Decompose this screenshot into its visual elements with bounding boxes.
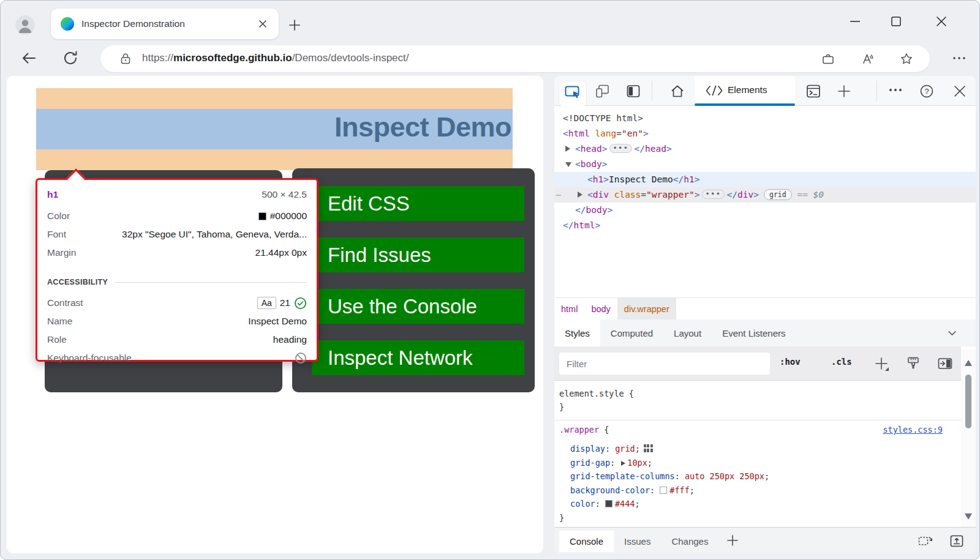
dom-tree-row[interactable]: </body>: [554, 203, 976, 218]
css-property[interactable]: grid-template-columns: auto 250px 250px;: [554, 469, 961, 483]
drawer-add-icon[interactable]: [725, 532, 741, 548]
scroll-down-arrow[interactable]: [965, 513, 972, 520]
accessibility-section-header: ACCESSIBILITY: [47, 271, 307, 294]
styles-tab-bar: StylesComputedLayoutEvent Listeners: [554, 319, 976, 346]
window-close-button[interactable]: [934, 14, 949, 29]
devtools-close-icon[interactable]: [952, 83, 968, 99]
dom-tree-row[interactable]: </html>: [554, 218, 976, 233]
demo-button[interactable]: Use the Console: [312, 289, 524, 324]
dom-tree-row[interactable]: <head>•••</head>: [554, 141, 976, 157]
scrollbar-thumb[interactable]: [965, 375, 971, 428]
tooltip-row: Font32px "Segoe UI", Tahoma, Geneva, Ver…: [47, 225, 307, 244]
accessibility-row: NameInspect Demo: [47, 312, 307, 330]
accessibility-row: ContrastAa21: [47, 294, 307, 312]
tab-layout[interactable]: Layout: [663, 319, 712, 346]
css-property[interactable]: display: grid;: [554, 442, 961, 456]
filter-input[interactable]: Filter: [559, 353, 770, 375]
collapsed-content-icon: •••: [609, 144, 631, 153]
demo-button[interactable]: Inspect Network: [312, 340, 524, 375]
lock-icon[interactable]: [119, 52, 132, 65]
accessibility-row: Keyboard-focusable: [47, 349, 307, 367]
tooltip-row: Color#000000: [47, 207, 307, 225]
stylesheet-link[interactable]: styles.css:9: [883, 423, 943, 436]
dom-tree-row[interactable]: <h1>Inspect Demo</h1>: [554, 172, 976, 187]
dom-tree: <!DOCTYPE html><html lang="en"><head>•••…: [554, 106, 976, 297]
inspect-cursor-icon[interactable]: [565, 86, 581, 99]
add-tab-icon[interactable]: [836, 83, 852, 99]
h1-highlight-band: Inspect Demo: [36, 109, 513, 149]
console-tool-icon[interactable]: [805, 83, 821, 99]
styles-scrollbar[interactable]: [961, 350, 976, 527]
address-bar[interactable]: https://microsoftedge.github.io/Demos/de…: [100, 45, 930, 72]
wrapper-rule-section[interactable]: styles.css:9.wrapper { display: grid;gri…: [554, 420, 961, 525]
breadcrumb-item[interactable]: body: [584, 298, 617, 319]
devtools-more-icon[interactable]: [888, 86, 903, 102]
browser-tab[interactable]: Inspector Demonstration: [51, 9, 279, 39]
inspect-tooltip: h1 500 × 42.5 Color#000000Font32px "Sego…: [36, 178, 318, 362]
new-tab-button[interactable]: [287, 18, 302, 32]
dom-tree-row[interactable]: <html lang="en">: [554, 126, 976, 141]
styles-pane: element.style { } styles.css:9.wrapper {…: [554, 381, 961, 527]
browser-menu-icon[interactable]: [951, 52, 967, 64]
color-swatch: [605, 500, 612, 507]
expand-shorthand-icon: [621, 461, 625, 466]
accessibility-row: Roleheading: [47, 330, 307, 349]
class-pseudo-button[interactable]: .cls: [831, 357, 852, 367]
element-dimensions: 500 × 42.5: [262, 189, 307, 200]
drawer-tab-console[interactable]: Console: [559, 531, 614, 552]
tab-title: Inspector Demonstration: [81, 18, 185, 29]
tab-computed[interactable]: Computed: [600, 319, 663, 346]
help-icon[interactable]: ?: [919, 83, 935, 99]
dom-tree-row[interactable]: ⋯<div class="wrapper">•••</div>grid == $…: [554, 187, 976, 203]
drawer-tab-changes[interactable]: Changes: [661, 531, 718, 552]
hover-pseudo-button[interactable]: :hov: [780, 357, 801, 367]
url-text[interactable]: https://microsoftedge.github.io/Demos/de…: [142, 52, 409, 64]
demo-button[interactable]: Find Issues: [312, 237, 524, 272]
tab-elements[interactable]: Elements: [695, 76, 795, 106]
open-sidebar-icon[interactable]: [937, 355, 954, 372]
tab-event-listeners[interactable]: Event Listeners: [712, 319, 796, 346]
back-button[interactable]: [20, 50, 37, 67]
tab-styles[interactable]: Styles: [554, 319, 600, 346]
new-style-rule-icon[interactable]: [873, 355, 890, 372]
window-minimize-button[interactable]: [848, 17, 862, 26]
collections-icon[interactable]: [821, 51, 835, 66]
demo-button[interactable]: Edit CSS: [312, 186, 524, 221]
dom-tree-row[interactable]: <body>: [554, 157, 976, 172]
scroll-up-arrow[interactable]: [965, 360, 972, 366]
web-page-content: Inspect Demo Edit CSSFind IssuesUse the …: [7, 76, 543, 553]
home-icon[interactable]: [669, 83, 685, 99]
favorites-star-icon[interactable]: [899, 51, 914, 66]
profile-avatar[interactable]: [15, 15, 35, 35]
chevron-down-icon[interactable]: [947, 328, 957, 338]
edge-favicon: [61, 17, 74, 31]
dom-tree-row[interactable]: <!DOCTYPE html>: [554, 111, 976, 126]
device-emulation-icon[interactable]: [595, 83, 611, 99]
row-options-icon: ⋯: [556, 187, 562, 203]
rotate-device-icon[interactable]: [918, 534, 933, 548]
not-focusable-icon: [295, 352, 307, 364]
refresh-button[interactable]: [62, 50, 79, 67]
breadcrumb-item[interactable]: div.wrapper: [617, 298, 676, 319]
margin-overlay-bottom: [36, 149, 513, 170]
breadcrumb-item[interactable]: html: [554, 298, 584, 319]
window-maximize-button[interactable]: [890, 15, 902, 28]
browser-window: Inspector Demonstration https://microsof…: [0, 0, 980, 560]
card-right: Edit CSSFind IssuesUse the ConsoleInspec…: [292, 168, 535, 392]
css-property[interactable]: grid-gap: 10px;: [554, 456, 961, 470]
expand-arrow-icon: [565, 146, 570, 152]
page-heading: Inspect Demo: [334, 111, 511, 143]
css-property[interactable]: color: #444;: [554, 497, 961, 511]
read-aloud-icon[interactable]: [861, 51, 875, 66]
rendering-brush-icon[interactable]: [905, 355, 922, 372]
tooltip-header: h1 500 × 42.5: [47, 185, 307, 204]
dock-side-icon[interactable]: [625, 83, 641, 99]
margin-overlay-top: [36, 88, 513, 109]
tab-close-icon[interactable]: [255, 17, 270, 31]
expand-drawer-icon[interactable]: [949, 533, 965, 549]
expand-arrow-icon: [578, 192, 582, 198]
drawer-tab-issues[interactable]: Issues: [614, 531, 661, 552]
element-style-section[interactable]: element.style { }: [554, 381, 961, 420]
tooltip-row: Margin21.44px 0px: [47, 244, 307, 262]
css-property[interactable]: background-color: #fff;: [554, 483, 961, 498]
